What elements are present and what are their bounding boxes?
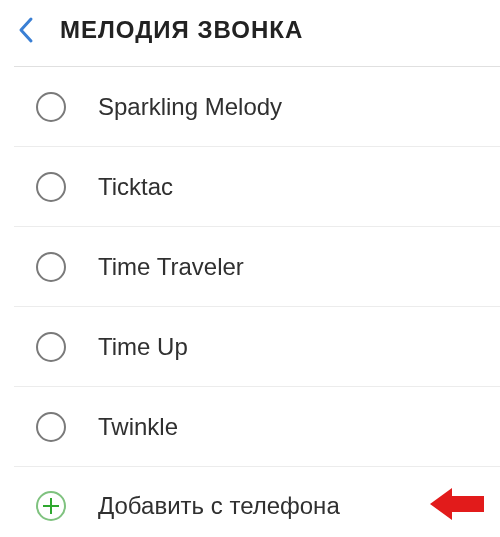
back-button[interactable]	[12, 16, 40, 44]
chevron-left-icon	[17, 16, 35, 44]
attention-arrow-icon	[430, 487, 484, 525]
plus-icon	[36, 491, 66, 521]
radio-icon	[36, 172, 66, 202]
add-label: Добавить с телефона	[98, 492, 340, 520]
radio-icon	[36, 92, 66, 122]
ringtone-item[interactable]: Time Traveler	[0, 227, 500, 307]
ringtone-item[interactable]: Twinkle	[0, 387, 500, 467]
ringtone-label: Sparkling Melody	[98, 93, 282, 121]
radio-icon	[36, 332, 66, 362]
ringtone-label: Ticktac	[98, 173, 173, 201]
radio-icon	[36, 252, 66, 282]
ringtone-label: Time Traveler	[98, 253, 244, 281]
ringtone-list: Sparkling Melody Ticktac Time Traveler T…	[0, 67, 500, 537]
ringtone-item[interactable]: Sparkling Melody	[0, 67, 500, 147]
add-from-phone[interactable]: Добавить с телефона	[0, 467, 500, 537]
svg-marker-0	[430, 488, 484, 520]
ringtone-item[interactable]: Ticktac	[0, 147, 500, 227]
radio-icon	[36, 412, 66, 442]
ringtone-item[interactable]: Time Up	[0, 307, 500, 387]
page-title: МЕЛОДИЯ ЗВОНКА	[60, 16, 303, 44]
ringtone-label: Time Up	[98, 333, 188, 361]
ringtone-label: Twinkle	[98, 413, 178, 441]
header: МЕЛОДИЯ ЗВОНКА	[0, 0, 500, 56]
